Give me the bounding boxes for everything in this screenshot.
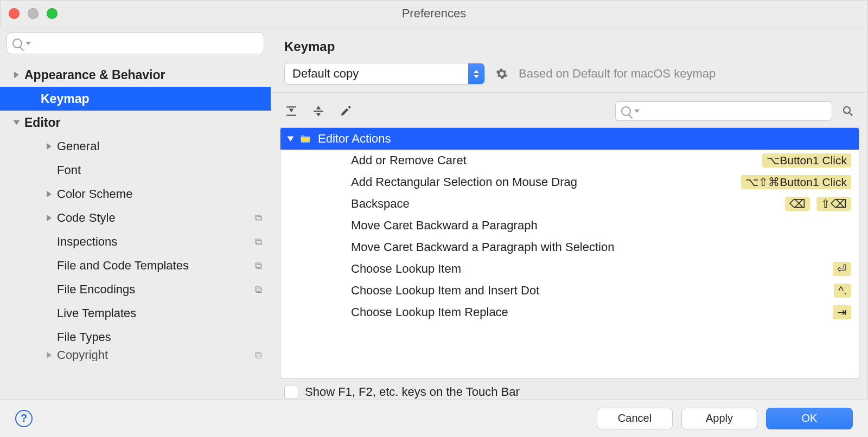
action-label: Move Caret Backward a Paragraph: [351, 218, 538, 233]
sidebar-item[interactable]: General: [0, 134, 271, 158]
sidebar-item[interactable]: Live Templates: [0, 301, 271, 325]
action-list[interactable]: Editor Actions Add or Remove Caret⌥Butto…: [280, 127, 859, 378]
action-row[interactable]: Backspace⌫⇧⌫: [280, 193, 859, 215]
window-controls: [9, 8, 58, 19]
action-row[interactable]: Add or Remove Caret⌥Button1 Click: [280, 150, 859, 171]
sidebar-item[interactable]: Keymap: [0, 87, 271, 111]
edit-icon[interactable]: [339, 104, 353, 118]
titlebar: Preferences: [0, 0, 868, 27]
zoom-window-icon[interactable]: [47, 8, 58, 19]
shortcut-list: ⌥Button1 Click: [762, 153, 851, 168]
svg-rect-2: [286, 115, 296, 116]
shortcut-list: ^.: [834, 284, 851, 298]
main-panel: Keymap Default copy Based on Default for…: [271, 27, 868, 399]
checkbox-icon[interactable]: [284, 385, 298, 399]
svg-rect-0: [286, 106, 296, 107]
sidebar-item[interactable]: Inspections⧉: [0, 230, 271, 254]
footer: ? Cancel Apply OK: [0, 399, 868, 437]
sidebar-item-label: General: [57, 139, 99, 153]
sidebar-item[interactable]: Copyright⧉: [0, 349, 271, 361]
keymap-select-stepper[interactable]: [468, 63, 484, 84]
sidebar-item-label: Color Scheme: [57, 187, 132, 201]
sidebar-item-label: Code Style: [57, 211, 116, 225]
keymap-toolbar: [271, 93, 868, 127]
sidebar-item-label: Keymap: [41, 92, 89, 106]
svg-rect-3: [314, 111, 323, 112]
help-button[interactable]: ?: [15, 410, 33, 427]
shortcut-chip: ⏎: [833, 262, 851, 276]
sidebar-item[interactable]: Appearance & Behavior: [0, 63, 271, 87]
action-group-label: Editor Actions: [318, 132, 391, 146]
close-window-icon[interactable]: [9, 8, 20, 19]
sidebar-item-label: File and Code Templates: [57, 259, 189, 273]
ok-button[interactable]: OK: [766, 408, 853, 429]
action-rows: Add or Remove Caret⌥Button1 ClickAdd Rec…: [280, 150, 859, 323]
sidebar-item-label: Copyright: [57, 349, 108, 361]
settings-tree[interactable]: Appearance & BehaviorKeymapEditorGeneral…: [0, 60, 271, 399]
keymap-selector-row: Default copy Based on Default for macOS …: [271, 63, 868, 93]
folder-icon: [299, 133, 311, 145]
search-history-icon[interactable]: [25, 42, 31, 45]
cancel-button[interactable]: Cancel: [597, 408, 673, 429]
project-override-icon: ⧉: [255, 213, 262, 224]
gear-icon[interactable]: [496, 68, 508, 80]
disclosure-triangle-icon[interactable]: [47, 191, 52, 197]
svg-marker-5: [316, 113, 321, 117]
action-label: Choose Lookup Item and Insert Dot: [351, 284, 539, 298]
action-row[interactable]: Add Rectangular Selection on Mouse Drag⌥…: [280, 171, 859, 193]
preferences-window: Preferences Appearance & BehaviorKeymapE…: [0, 0, 868, 437]
sidebar-item-label: Font: [57, 163, 81, 177]
search-history-icon[interactable]: [634, 110, 640, 113]
expand-all-icon[interactable]: [284, 104, 298, 118]
chevron-up-icon: [474, 70, 479, 73]
sidebar-item-label: File Encodings: [57, 282, 135, 297]
action-row[interactable]: Choose Lookup Item and Insert Dot^.: [280, 280, 859, 301]
sidebar-item[interactable]: Editor: [0, 111, 271, 134]
sidebar-item[interactable]: File Encodings⧉: [0, 278, 271, 301]
sidebar-item-label: Appearance & Behavior: [24, 68, 165, 82]
disclosure-triangle-icon[interactable]: [14, 72, 19, 78]
disclosure-triangle-icon[interactable]: [47, 143, 52, 150]
shortcut-chip: ⌥⇧⌘Button1 Click: [741, 175, 851, 189]
action-search-field[interactable]: [615, 101, 832, 121]
sidebar-item[interactable]: Color Scheme: [0, 182, 271, 206]
find-by-shortcut-icon[interactable]: [841, 104, 855, 118]
action-row[interactable]: Move Caret Backward a Paragraph: [280, 215, 859, 236]
sidebar: Appearance & BehaviorKeymapEditorGeneral…: [0, 27, 271, 399]
page-title: Keymap: [271, 27, 868, 63]
action-row[interactable]: Choose Lookup Item Replace⇥: [280, 301, 859, 323]
sidebar-item[interactable]: Font: [0, 158, 271, 182]
sidebar-search-input[interactable]: [34, 37, 258, 50]
action-group-header[interactable]: Editor Actions: [280, 128, 859, 150]
svg-point-6: [844, 107, 850, 113]
action-label: Add or Remove Caret: [351, 153, 467, 168]
apply-button[interactable]: Apply: [681, 408, 757, 429]
chevron-down-icon: [474, 75, 479, 78]
sidebar-item[interactable]: File and Code Templates⧉: [0, 254, 271, 278]
action-search-input[interactable]: [643, 105, 826, 118]
content: Appearance & BehaviorKeymapEditorGeneral…: [0, 27, 868, 399]
disclosure-triangle-icon[interactable]: [47, 215, 52, 221]
svg-marker-1: [289, 109, 294, 113]
search-icon: [12, 38, 22, 48]
action-label: Move Caret Backward a Paragraph with Sel…: [351, 240, 614, 254]
sidebar-item[interactable]: File Types: [0, 325, 271, 349]
disclosure-triangle-icon[interactable]: [14, 120, 20, 125]
disclosure-triangle-icon[interactable]: [47, 352, 52, 358]
action-row[interactable]: Move Caret Backward a Paragraph with Sel…: [280, 236, 859, 258]
sidebar-search-field[interactable]: [7, 33, 264, 54]
touchbar-checkbox-row[interactable]: Show F1, F2, etc. keys on the Touch Bar: [271, 378, 868, 399]
shortcut-chip: ⌫: [785, 197, 810, 211]
project-override-icon: ⧉: [255, 260, 262, 272]
sidebar-search: [0, 27, 271, 60]
project-override-icon: ⧉: [255, 284, 262, 295]
collapse-all-icon[interactable]: [311, 104, 326, 118]
sidebar-item-label: File Types: [57, 330, 111, 344]
keymap-select[interactable]: Default copy: [284, 63, 485, 85]
action-row[interactable]: Choose Lookup Item⏎: [280, 258, 859, 280]
sidebar-item-label: Inspections: [57, 235, 117, 249]
sidebar-item[interactable]: Code Style⧉: [0, 206, 271, 230]
svg-marker-4: [316, 106, 321, 110]
sidebar-item-label: Editor: [24, 115, 60, 130]
project-override-icon: ⧉: [255, 236, 262, 248]
